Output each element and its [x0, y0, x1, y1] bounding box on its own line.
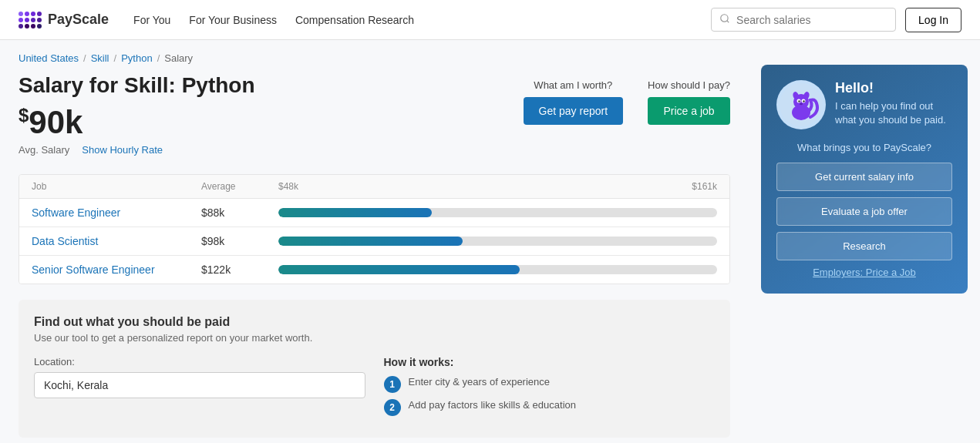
bar-fill-2: [278, 265, 520, 274]
salary-dollar-sign: $: [19, 105, 29, 126]
job-avg-0: $88k: [201, 206, 278, 219]
logo-text: PayScale: [48, 12, 109, 28]
step-text-2: Add pay factors like skills & education: [409, 399, 577, 411]
table-row: Software Engineer $88k: [19, 199, 729, 227]
nav-for-your-business[interactable]: For Your Business: [189, 11, 277, 29]
employers-price-job-link[interactable]: Employers: Price a Job: [776, 267, 952, 278]
job-avg-1: $98k: [201, 235, 278, 247]
how-pay-label: How should I pay?: [648, 79, 730, 91]
salary-value: 90k: [29, 104, 83, 140]
svg-point-8: [798, 100, 800, 102]
help-text: I can help you find out what you should …: [835, 99, 952, 127]
svg-point-0: [721, 15, 728, 22]
breadcrumb-python[interactable]: Python: [121, 52, 152, 64]
squirrel-header: Hello! I can help you find out what you …: [776, 80, 952, 129]
range-high: $161k: [692, 181, 717, 192]
bar-container-2: [278, 265, 717, 274]
range-low: $48k: [278, 181, 298, 192]
get-current-salary-button[interactable]: Get current salary info: [776, 163, 952, 191]
nav-compensation-research[interactable]: Compensation Research: [295, 11, 414, 29]
top-section: Salary for Skill: Python $90k Avg. Salar…: [19, 73, 730, 174]
find-out-desc: Use our tool to get a personalized repor…: [34, 332, 715, 344]
col-job: Job: [32, 181, 201, 192]
header: PayScale For You For Your Business Compe…: [0, 0, 980, 40]
job-data-scientist-link[interactable]: Data Scientist: [32, 235, 201, 247]
cta-area: What am I worth? Get pay report How shou…: [524, 73, 730, 125]
svg-point-9: [803, 100, 804, 102]
salary-meta: Avg. Salary Show Hourly Rate: [19, 144, 524, 156]
how-step-1: 1 Enter city & years of experience: [384, 376, 716, 393]
get-pay-report-button[interactable]: Get pay report: [524, 97, 624, 125]
breadcrumb-sep-1: /: [83, 52, 86, 64]
breadcrumb-salary: Salary: [164, 52, 193, 64]
what-am-i-worth-card: What am I worth? Get pay report: [524, 79, 624, 125]
logo-dots-icon: [19, 12, 42, 29]
location-column: Location:: [34, 356, 365, 422]
salary-display: $90k: [19, 104, 524, 141]
find-out-section: Find out what you should be paid Use our…: [19, 300, 730, 438]
table-row: Senior Software Engineer $122k: [19, 256, 729, 284]
left-panel: United States / Skill / Python / Salary …: [0, 40, 749, 443]
squirrel-card: Hello! I can help you find out what you …: [761, 65, 968, 294]
bar-container-0: [278, 208, 717, 217]
title-area: Salary for Skill: Python $90k Avg. Salar…: [19, 73, 524, 174]
what-worth-label: What am I worth?: [524, 79, 624, 91]
job-senior-software-engineer-link[interactable]: Senior Software Engineer: [32, 263, 201, 276]
breadcrumb: United States / Skill / Python / Salary: [19, 52, 730, 64]
table-header-range: $48k $161k: [278, 181, 717, 192]
breadcrumb-united-states[interactable]: United States: [19, 52, 79, 64]
table-header: Job Average $48k $161k: [19, 175, 729, 199]
col-average: Average: [201, 181, 278, 192]
how-step-2: 2 Add pay factors like skills & educatio…: [384, 399, 716, 416]
right-panel: Hello! I can help you find out what you …: [749, 40, 980, 443]
how-it-works-title: How it works:: [384, 356, 716, 368]
job-avg-2: $122k: [201, 263, 278, 276]
research-button[interactable]: Research: [776, 232, 952, 260]
bar-fill-1: [278, 237, 463, 246]
table-row: Data Scientist $98k: [19, 227, 729, 256]
salary-table: Job Average $48k $161k Software Engineer…: [19, 174, 730, 284]
avg-salary-label: Avg. Salary: [19, 144, 69, 156]
squirrel-info: Hello! I can help you find out what you …: [835, 80, 952, 127]
breadcrumb-skill[interactable]: Skill: [91, 52, 109, 64]
breadcrumb-sep-2: /: [114, 52, 117, 64]
login-button[interactable]: Log In: [905, 8, 961, 32]
show-hourly-rate-link[interactable]: Show Hourly Rate: [82, 144, 163, 156]
search-icon: [719, 13, 730, 26]
bar-fill-0: [278, 208, 432, 217]
nav-for-you[interactable]: For You: [133, 11, 170, 29]
find-out-title: Find out what you should be paid: [34, 315, 715, 329]
location-input[interactable]: [34, 372, 365, 398]
search-input[interactable]: [736, 14, 887, 26]
job-software-engineer-link[interactable]: Software Engineer: [32, 206, 201, 219]
brings-text: What brings you to PayScale?: [776, 142, 952, 153]
svg-point-10: [800, 103, 803, 105]
evaluate-job-offer-button[interactable]: Evaluate a job offer: [776, 197, 952, 226]
header-right: Log In: [711, 8, 961, 32]
breadcrumb-sep-3: /: [157, 52, 160, 64]
step-text-1: Enter city & years of experience: [409, 376, 551, 388]
bar-container-1: [278, 237, 717, 246]
price-job-button[interactable]: Price a job: [648, 97, 729, 125]
squirrel-avatar: [776, 80, 826, 129]
search-box[interactable]: [711, 8, 896, 32]
how-it-works-column: How it works: 1 Enter city & years of ex…: [384, 356, 716, 422]
how-should-i-pay-card: How should I pay? Price a job: [648, 79, 730, 125]
hello-title: Hello!: [835, 80, 952, 96]
location-label: Location:: [34, 356, 365, 367]
main-nav: For You For Your Business Compensation R…: [133, 11, 711, 29]
step-num-2: 2: [384, 399, 401, 416]
find-out-columns: Location: How it works: 1 Enter city & y…: [34, 356, 715, 422]
page-title: Salary for Skill: Python: [19, 73, 524, 98]
logo-area[interactable]: PayScale: [19, 12, 109, 29]
step-num-1: 1: [384, 376, 401, 393]
